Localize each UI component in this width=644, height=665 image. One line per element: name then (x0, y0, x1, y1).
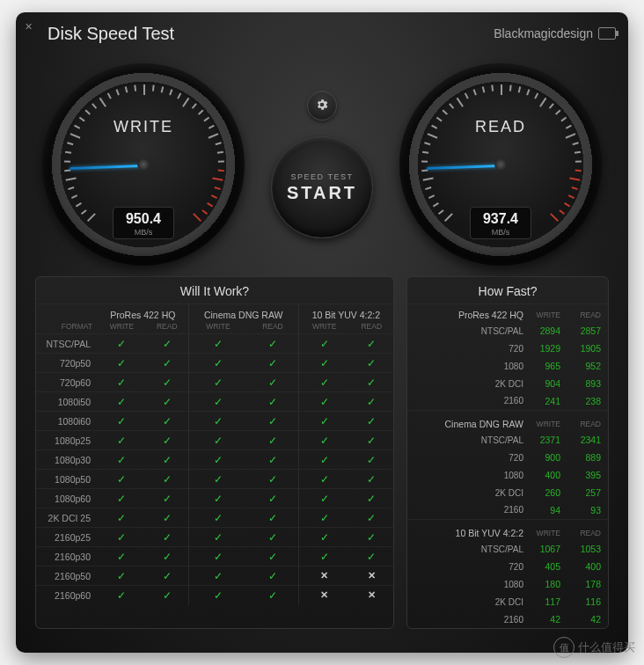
check-icon: ✓ (214, 493, 223, 505)
check-icon: ✓ (268, 435, 277, 447)
check-icon: ✓ (268, 589, 277, 602)
check-icon: ✓ (117, 396, 126, 408)
write-gauge-label: WRITE (42, 118, 245, 136)
format-name: 2160 (407, 501, 527, 519)
format-name: 1080 (407, 357, 527, 375)
check-icon: ✓ (163, 512, 172, 524)
table-row: 2K DCI260257 (407, 484, 608, 501)
x-icon: ✕ (320, 570, 328, 581)
format-name: 1080p25 (36, 431, 98, 450)
format-name: NTSC/PAL (407, 540, 527, 558)
format-name: 720p50 (36, 354, 98, 373)
format-name: 2160 (407, 392, 527, 410)
check-icon: ✓ (320, 357, 329, 369)
check-icon: ✓ (367, 473, 376, 486)
how-fast-title: How Fast? (407, 277, 608, 304)
table-row: NTSC/PAL23712341 (407, 431, 608, 449)
read-fps: 116 (567, 593, 608, 610)
watermark-text: 什么值得买 (578, 639, 635, 655)
write-fps: 241 (527, 392, 567, 410)
brand-label: Blackmagicdesign (494, 26, 616, 40)
check-icon: ✓ (163, 531, 172, 544)
check-icon: ✓ (367, 493, 376, 505)
check-icon: ✓ (214, 357, 223, 369)
check-icon: ✓ (367, 396, 376, 408)
check-icon: ✓ (320, 376, 329, 389)
check-icon: ✓ (268, 473, 277, 486)
table-row: 1080p60✓✓✓✓✓✓ (36, 489, 393, 508)
check-icon: ✓ (268, 570, 277, 582)
write-gauge: WRITE 950.4 MB/s (42, 63, 245, 266)
codec-header: Cinema DNG RAW (188, 304, 298, 322)
titlebar: ✕ Disk Speed Test Blackmagicdesign (16, 12, 628, 55)
read-gauge: READ 937.4 MB/s (399, 63, 602, 266)
format-name: NTSC/PAL (407, 322, 527, 340)
read-value: 937.4 (471, 211, 531, 227)
table-row: 1080i50✓✓✓✓✓✓ (36, 392, 393, 412)
check-icon: ✓ (268, 512, 277, 524)
table-row: 2160p60✓✓✓✓✕✕ (36, 586, 393, 605)
write-fps: 117 (527, 593, 567, 610)
format-name: 1080 (407, 575, 527, 593)
codec-group-header: ProRes 422 HQ (407, 304, 527, 322)
format-name: 720 (407, 558, 527, 575)
check-icon: ✓ (214, 338, 223, 350)
check-icon: ✓ (268, 338, 277, 350)
codec-group-header: 10 Bit YUV 4:2:2 (407, 522, 527, 540)
check-icon: ✓ (367, 357, 376, 369)
check-icon: ✓ (117, 415, 126, 428)
check-icon: ✓ (367, 512, 376, 524)
check-icon: ✓ (163, 551, 172, 563)
read-gauge-label: READ (399, 118, 602, 136)
format-name: 2K DCI (407, 593, 527, 610)
x-icon: ✕ (368, 570, 376, 581)
check-icon: ✓ (320, 396, 329, 408)
check-icon: ✓ (320, 473, 329, 486)
check-icon: ✓ (367, 551, 376, 563)
format-name: 720p60 (36, 373, 98, 392)
table-row: 21609493 (407, 501, 608, 519)
how-fast-panel: How Fast? ProRes 422 HQWRITEREADNTSC/PAL… (406, 276, 609, 629)
format-name: 2160p25 (36, 528, 98, 547)
format-name: 1080i60 (36, 412, 98, 431)
table-row: 2K DCI117116 (407, 593, 608, 610)
table-row: 1080p30✓✓✓✓✓✓ (36, 450, 393, 470)
start-button[interactable]: SPEED TEST START (271, 136, 373, 238)
table-row: 1080p50✓✓✓✓✓✓ (36, 470, 393, 489)
check-icon: ✓ (320, 512, 329, 524)
check-icon: ✓ (117, 357, 126, 369)
read-fps: 257 (567, 484, 608, 501)
table-row: 2160p25✓✓✓✓✓✓ (36, 528, 393, 547)
will-it-work-panel: Will It Work? ProRes 422 HQCinema DNG RA… (35, 276, 394, 629)
table-row: 2K DCI904893 (407, 375, 608, 392)
format-name: 720 (407, 340, 527, 357)
check-icon: ✓ (117, 473, 126, 486)
check-icon: ✓ (320, 435, 329, 447)
read-readout: 937.4 MB/s (470, 207, 531, 239)
check-icon: ✓ (214, 512, 223, 524)
check-icon: ✓ (163, 435, 172, 447)
table-row: NTSC/PAL✓✓✓✓✓✓ (36, 334, 393, 354)
close-icon[interactable]: ✕ (25, 21, 35, 32)
brand-text: Blackmagicdesign (494, 26, 593, 40)
check-icon: ✓ (163, 376, 172, 389)
check-icon: ✓ (163, 493, 172, 505)
table-row: 2160p30✓✓✓✓✓✓ (36, 547, 393, 566)
format-name: 2160 (407, 610, 527, 628)
write-fps: 2371 (527, 431, 567, 449)
format-name: 1080i50 (36, 392, 98, 412)
check-icon: ✓ (320, 454, 329, 466)
read-fps: 2857 (567, 322, 608, 340)
check-icon: ✓ (214, 570, 223, 582)
table-row: 720p60✓✓✓✓✓✓ (36, 373, 393, 392)
write-fps: 400 (527, 466, 567, 484)
read-fps: 400 (567, 558, 608, 575)
table-row: 1080180178 (407, 575, 608, 593)
check-icon: ✓ (214, 551, 223, 563)
check-icon: ✓ (117, 454, 126, 466)
settings-button[interactable] (307, 91, 337, 121)
format-name: 1080 (407, 466, 527, 484)
check-icon: ✓ (320, 531, 329, 544)
check-icon: ✓ (367, 435, 376, 447)
check-icon: ✓ (163, 338, 172, 350)
